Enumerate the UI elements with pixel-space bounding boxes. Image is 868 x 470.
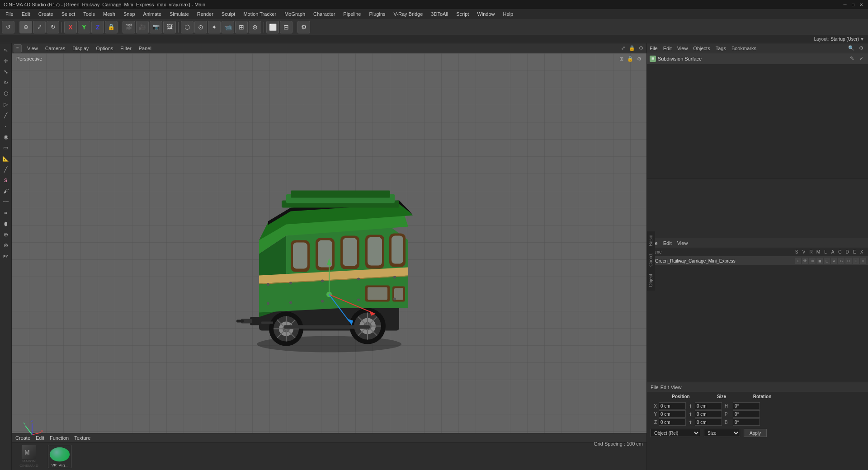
close-btn[interactable]: ✕	[858, 1, 864, 8]
om-tags[interactable]: Tags	[716, 46, 726, 51]
attr-edit[interactable]: Edit	[660, 385, 669, 390]
attr-pos-x-arrow[interactable]: ⬆	[689, 404, 692, 409]
obj-col-a[interactable]: A	[831, 258, 837, 264]
mat-function[interactable]: Function	[50, 435, 69, 441]
obj-col-e[interactable]: E	[853, 258, 859, 264]
obj-col-v[interactable]: 👁	[802, 258, 808, 264]
om-objects[interactable]: Objects	[693, 46, 710, 51]
display-toggle-btn[interactable]: ⬜	[266, 21, 279, 33]
menu-select[interactable]: Select	[58, 10, 79, 18]
tool-edge[interactable]: ╱	[1, 110, 11, 120]
menu-snap[interactable]: Snap	[120, 10, 139, 18]
menu-character[interactable]: Character	[310, 10, 339, 18]
viewport[interactable]: Perspective ⊞ 🔒 ⚙	[12, 53, 646, 449]
tool-rotate[interactable]: ↻	[1, 78, 11, 88]
om-settings-icon[interactable]: ⚙	[857, 44, 865, 52]
attr-pos-x[interactable]	[659, 402, 686, 409]
attr-pos-z-arrow[interactable]: ⬆	[689, 420, 692, 425]
layout-value[interactable]: Startup (User)	[830, 37, 859, 42]
attr-pos-y[interactable]	[659, 410, 686, 418]
tool-python[interactable]: PY	[1, 251, 11, 261]
material-swatch[interactable]: VR_Vag...	[48, 445, 71, 468]
menu-plugins[interactable]: Plugins	[365, 10, 389, 18]
obj-col-d[interactable]: D	[845, 258, 852, 264]
menu-vray-bridge[interactable]: V-Ray Bridge	[390, 10, 427, 18]
obj-col-r[interactable]: ⊕	[809, 258, 816, 264]
render-btn[interactable]: 🎥	[136, 21, 149, 33]
tool-layer[interactable]: ⊕	[1, 230, 11, 240]
maximize-btn[interactable]: □	[850, 1, 856, 8]
viewport-menu-btn[interactable]: ≡	[14, 44, 22, 52]
axis-y-btn[interactable]: Y	[78, 21, 90, 33]
mat-texture[interactable]: Texture	[74, 435, 90, 441]
tool-s[interactable]: S	[1, 175, 11, 185]
menu-mograph[interactable]: MoGraph	[281, 10, 309, 18]
tool-move[interactable]: ✛	[1, 56, 11, 66]
obj-col-x[interactable]: ×	[860, 258, 866, 264]
tool-smooth[interactable]: ≈	[1, 208, 11, 218]
tool-live-selection[interactable]: ◉	[1, 132, 11, 142]
vp-view[interactable]: View	[25, 45, 40, 52]
vtab-basic[interactable]: Basic	[647, 231, 655, 249]
tool-paint[interactable]: 🖌	[1, 186, 11, 196]
apply-button[interactable]: Apply	[744, 429, 767, 437]
attr-view[interactable]: View	[671, 385, 682, 390]
tool-inflate[interactable]: ⬮	[1, 219, 11, 229]
scale-btn[interactable]: ⤢	[33, 21, 46, 33]
vp-cameras[interactable]: Cameras	[43, 45, 67, 52]
render-region-btn[interactable]: 🎬	[123, 21, 135, 33]
attr-pos-z[interactable]	[659, 418, 686, 426]
attr-size-z[interactable]	[695, 418, 722, 426]
subdiv-check-icon[interactable]: ✓	[857, 55, 865, 63]
menu-render[interactable]: Render	[193, 10, 217, 18]
vp-icon-lock2[interactable]: 🔒	[627, 55, 634, 62]
menu-help[interactable]: Help	[500, 10, 517, 18]
minimize-btn[interactable]: ─	[842, 1, 848, 8]
menu-tools[interactable]: Tools	[80, 10, 99, 18]
menu-3dtoall[interactable]: 3DToAll	[427, 10, 452, 18]
vp-options[interactable]: Options	[94, 45, 115, 52]
vp-display[interactable]: Display	[71, 45, 90, 52]
menu-motion-tracker[interactable]: Motion Tracker	[240, 10, 280, 18]
obj-col-g[interactable]: G	[838, 258, 844, 264]
attr-rot-x[interactable]	[733, 402, 760, 409]
vtab-coord[interactable]: Coord.	[647, 249, 655, 270]
tool-measure[interactable]: 📐	[1, 154, 11, 164]
subdiv-surface-entry[interactable]: ⊞ Subdivision Surface ✎ ✓	[647, 53, 868, 64]
menu-window[interactable]: Window	[473, 10, 498, 18]
menu-edit[interactable]: Edit	[18, 10, 34, 18]
axis-z-btn[interactable]: Z	[91, 21, 104, 33]
tool-layer2[interactable]: ⊗	[1, 240, 11, 250]
lock-btn[interactable]: 🔒	[105, 21, 118, 33]
tool-rect-selection[interactable]: ▭	[1, 143, 11, 153]
obj-table-row[interactable]: Green_Railway_Carriage_Mini_Express ⊙ 👁 …	[647, 256, 868, 265]
tool-polygon[interactable]: ▷	[1, 99, 11, 109]
generator-btn[interactable]: ⊛	[249, 21, 261, 33]
attr-size-y[interactable]	[695, 410, 722, 418]
deformer-btn[interactable]: ⊞	[235, 21, 248, 33]
attr-dropdown-2[interactable]: Size	[704, 429, 740, 437]
tool-cursor[interactable]: ↖	[1, 45, 11, 55]
tool-object[interactable]: ⬡	[1, 89, 11, 99]
om-bookmarks[interactable]: Bookmarks	[731, 46, 756, 51]
undo-btn[interactable]: ↺	[2, 21, 14, 33]
render-active-btn[interactable]: 📷	[150, 21, 162, 33]
rotate-btn[interactable]: ↻	[47, 21, 59, 33]
obj-col-l[interactable]: ◻	[824, 258, 830, 264]
tool-point[interactable]: ·	[1, 121, 11, 131]
vp-panel[interactable]: Panel	[137, 45, 153, 52]
light-btn[interactable]: ✦	[208, 21, 221, 33]
menu-animate[interactable]: Animate	[140, 10, 165, 18]
layout-dropdown-icon[interactable]: ▼	[860, 37, 864, 42]
vp-lock[interactable]: 🔒	[628, 45, 636, 52]
attr-rot-z[interactable]	[733, 418, 760, 426]
menu-script[interactable]: Script	[453, 10, 472, 18]
sphere-btn[interactable]: ⊙	[194, 21, 207, 33]
attr-size-x[interactable]	[695, 402, 722, 409]
obj-col-m[interactable]: ◼	[816, 258, 823, 264]
om-file[interactable]: File	[650, 46, 658, 51]
vp-options-icon[interactable]: ⚙	[637, 45, 645, 52]
axis-x-btn[interactable]: X	[64, 21, 77, 33]
camera-btn[interactable]: 📹	[222, 21, 234, 33]
grid-toggle-btn[interactable]: ⊟	[280, 21, 292, 33]
